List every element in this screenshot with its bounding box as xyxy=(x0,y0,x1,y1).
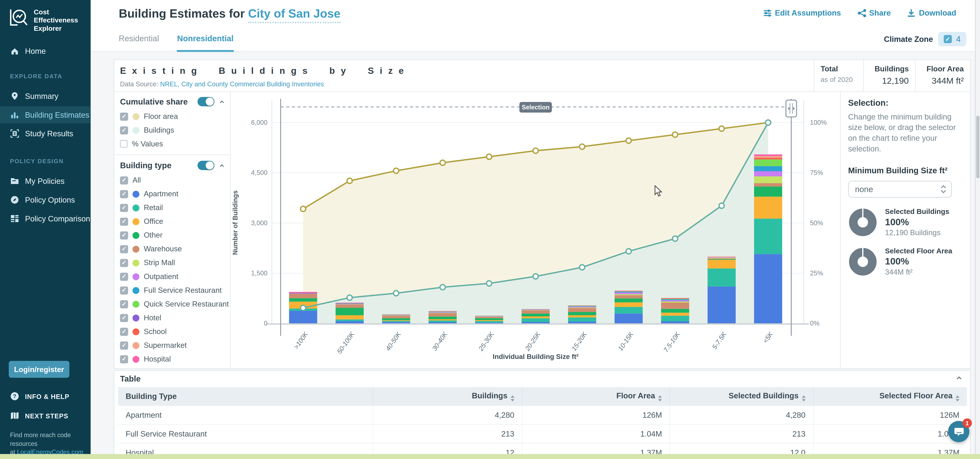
bar-segment-apartment[interactable] xyxy=(661,321,689,324)
bar-segment-strip_mall[interactable] xyxy=(475,317,503,317)
line-marker[interactable] xyxy=(719,203,724,208)
bar-5-7.5K[interactable] xyxy=(708,257,736,324)
bar-segment-outpatient[interactable] xyxy=(661,300,689,301)
checkbox[interactable]: ✓ xyxy=(120,176,128,184)
bar-segment-other[interactable] xyxy=(475,318,503,320)
bar-segment-strip_mall[interactable] xyxy=(522,310,550,310)
bar-segment-retail[interactable] xyxy=(614,307,643,313)
line-marker[interactable] xyxy=(626,249,631,254)
bar-segment-warehouse[interactable] xyxy=(708,258,736,259)
bar-segment-outpatient[interactable] xyxy=(754,171,782,176)
sidebar-link-next-steps[interactable]: NEXT STEPS xyxy=(10,411,68,420)
bar-segment-strip_mall[interactable] xyxy=(708,258,736,258)
bar-segment-hotel[interactable] xyxy=(522,309,550,309)
bar-segment-warehouse[interactable] xyxy=(661,303,689,309)
bar-segment-hospital[interactable] xyxy=(336,303,364,303)
bar-segment-other[interactable] xyxy=(754,186,782,196)
line-marker[interactable] xyxy=(301,305,306,311)
bar-segment-full_service_restaurant[interactable] xyxy=(568,306,596,306)
bar-segment-warehouse[interactable] xyxy=(522,311,550,314)
bar-segment-retail[interactable] xyxy=(708,269,736,287)
bar-segment-warehouse[interactable] xyxy=(614,295,643,298)
bar-segment-hotel[interactable] xyxy=(336,303,364,303)
bar-segment-full_service_restaurant[interactable] xyxy=(522,309,550,310)
min-building-size-select[interactable]: none xyxy=(848,180,952,198)
bar-segment-supermarket[interactable] xyxy=(708,257,736,257)
bar-50-100K[interactable] xyxy=(336,303,364,324)
bar-segment-quick_service_restaurant[interactable] xyxy=(614,292,643,292)
bar-segment-other[interactable] xyxy=(568,312,596,315)
checkbox[interactable]: ✓ xyxy=(120,245,128,253)
bar-segment-outpatient[interactable] xyxy=(708,257,736,258)
checkbox[interactable]: ✓ xyxy=(120,314,128,322)
building-type-item-strip-mall[interactable]: ✓Strip Mall xyxy=(115,256,230,269)
app-logo[interactable]: Cost Effectiveness Explorer xyxy=(8,7,91,33)
bar-segment-apartment[interactable] xyxy=(568,322,596,324)
bar-segment-retail[interactable] xyxy=(522,318,550,322)
chevron-up-icon[interactable] xyxy=(219,99,225,105)
sidebar-item-study-results[interactable]: Study Results xyxy=(0,125,91,142)
bar-segment-apartment[interactable] xyxy=(754,254,782,324)
bar-segment-retail[interactable] xyxy=(336,319,364,321)
bar-segment-school[interactable] xyxy=(382,314,410,315)
chart-plot-area[interactable]: Selection01,5003,0004,5006,0000%25%50%75… xyxy=(230,91,840,368)
checkbox[interactable]: ✓ xyxy=(120,231,128,239)
bar-segment-apartment[interactable] xyxy=(336,321,364,324)
bar-segment-outpatient[interactable] xyxy=(382,315,410,316)
bar-segment-apartment[interactable] xyxy=(289,311,317,324)
sort-icon[interactable] xyxy=(511,395,514,401)
bar-10-15K[interactable] xyxy=(614,290,643,324)
bar-segment-office[interactable] xyxy=(568,315,596,317)
bar-segment-hotel[interactable] xyxy=(289,293,317,293)
bar-segment-strip_mall[interactable] xyxy=(614,294,643,295)
bar-segment-other[interactable] xyxy=(614,298,643,303)
line-marker[interactable] xyxy=(579,265,585,270)
column-header-selected-buildings[interactable]: Selected Buildings xyxy=(670,387,813,406)
bar-segment-other[interactable] xyxy=(522,314,550,316)
sidebar-item-policy-comparison[interactable]: Policy Comparison xyxy=(0,210,91,227)
line-marker[interactable] xyxy=(487,281,492,286)
line-marker[interactable] xyxy=(673,236,678,241)
tab-nonresidential[interactable]: Nonresidential xyxy=(177,34,233,52)
bar-segment-hotel[interactable] xyxy=(614,291,643,292)
bar-15-20K[interactable] xyxy=(568,305,596,324)
bar-segment-quick_service_restaurant[interactable] xyxy=(661,299,689,300)
bar-segment-office[interactable] xyxy=(754,196,782,218)
scrollbar-thumb[interactable] xyxy=(976,116,979,178)
line-marker[interactable] xyxy=(719,126,724,131)
table-row[interactable]: Apartment4,280126M4,280126M xyxy=(118,406,967,424)
bar-segment-office[interactable] xyxy=(614,302,643,307)
bar-7.5-10K[interactable] xyxy=(661,298,689,324)
bar-30-40K[interactable] xyxy=(429,311,457,324)
column-header-buildings[interactable]: Buildings xyxy=(373,387,522,406)
bar-segment-office[interactable] xyxy=(429,319,457,320)
bar-25-30K[interactable] xyxy=(475,316,503,324)
bar-segment-school[interactable] xyxy=(475,316,503,316)
bar-segment-apartment[interactable] xyxy=(429,322,457,324)
bar-segment-office[interactable] xyxy=(336,315,364,319)
bar-segment-hospital[interactable] xyxy=(754,154,782,156)
cumulative-item-buildings[interactable]: ✓Buildings xyxy=(115,123,230,137)
bar-segment-office[interactable] xyxy=(475,320,503,321)
sort-icon[interactable] xyxy=(956,395,959,401)
data-source-link[interactable]: NREL, City and County Commercial Buildin… xyxy=(160,80,324,88)
bar-segment-warehouse[interactable] xyxy=(289,294,317,298)
bar-segment-hospital[interactable] xyxy=(289,292,317,293)
cumulative-item-floor-area[interactable]: ✓Floor area xyxy=(115,109,230,123)
checkbox[interactable]: ✓ xyxy=(120,273,128,280)
bar-segment-hospital[interactable] xyxy=(429,311,457,311)
edit-assumptions-button[interactable]: Edit Assumptions xyxy=(763,9,841,18)
bar-segment-apartment[interactable] xyxy=(475,322,503,324)
line-marker[interactable] xyxy=(533,148,538,153)
bar-segment-full_service_restaurant[interactable] xyxy=(614,292,643,292)
building-type-item-hotel[interactable]: ✓Hotel xyxy=(115,311,230,325)
line-marker[interactable] xyxy=(393,168,399,174)
bar-40-50K[interactable] xyxy=(382,314,410,324)
cumulative-share-toggle[interactable] xyxy=(197,97,215,106)
checkbox[interactable]: ✓ xyxy=(120,217,128,225)
bar-segment-school[interactable] xyxy=(754,158,782,159)
bar-segment-school[interactable] xyxy=(522,309,550,309)
bar-segment-other[interactable] xyxy=(336,308,364,315)
line-marker[interactable] xyxy=(301,206,306,212)
bar-segment-other[interactable] xyxy=(708,259,736,260)
